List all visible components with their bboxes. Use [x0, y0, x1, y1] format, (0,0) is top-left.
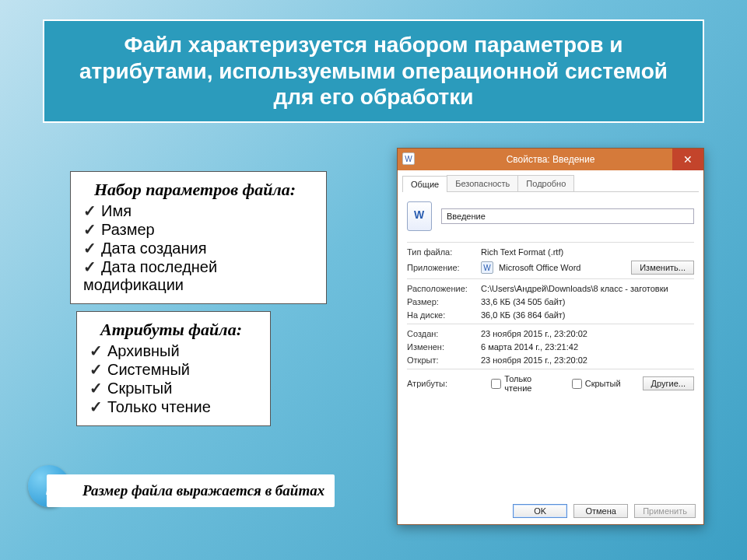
- attrs-card: Атрибуты файла: Архивный Системный Скрыт…: [76, 311, 271, 426]
- change-app-button[interactable]: Изменить...: [631, 261, 694, 275]
- value-created: 23 ноября 2015 г., 23:20:02: [481, 329, 694, 338]
- attrs-item: Архивный: [89, 341, 258, 360]
- label-size: Размер:: [407, 297, 481, 306]
- attrs-item: Скрытый: [89, 379, 258, 397]
- attrs-item: Системный: [89, 360, 258, 379]
- value-app: W Microsoft Office Word: [481, 261, 631, 274]
- checkbox-hidden-input[interactable]: [572, 379, 582, 389]
- file-type-icon: [407, 201, 432, 231]
- checkbox-hidden[interactable]: Скрытый: [572, 379, 621, 389]
- label-type: Тип файла:: [407, 247, 481, 257]
- checkbox-readonly[interactable]: Только чтение: [491, 374, 560, 393]
- slide-title: Файл характеризуется набором параметров …: [43, 19, 704, 123]
- properties-dialog: W Свойства: Введение ✕ Общие Безопасност…: [397, 148, 704, 525]
- params-item: Размер: [83, 220, 314, 239]
- ok-button[interactable]: OK: [513, 504, 567, 518]
- checkbox-readonly-label: Только чтение: [504, 374, 560, 393]
- params-card: Набор параметров файла: Имя Размер Дата …: [70, 171, 327, 304]
- params-item: Дата создания: [83, 239, 314, 257]
- value-location: C:\Users\Андрей\Downloads\8 класс - заго…: [481, 284, 694, 293]
- word-app-icon: W: [481, 261, 493, 274]
- params-item: Имя: [83, 201, 314, 220]
- label-app: Приложение:: [407, 263, 481, 272]
- dialog-titlebar[interactable]: W Свойства: Введение ✕: [398, 149, 703, 170]
- label-location: Расположение:: [407, 284, 481, 293]
- close-button[interactable]: ✕: [672, 149, 703, 170]
- label-opened: Открыт:: [407, 355, 481, 365]
- info-note: Размер файла выражается в байтах: [47, 474, 335, 507]
- params-card-title: Набор параметров файла:: [94, 180, 314, 200]
- value-opened: 23 ноября 2015 г., 23:20:02: [481, 355, 694, 365]
- label-modified: Изменен:: [407, 342, 481, 352]
- tab-details[interactable]: Подробно: [517, 175, 574, 191]
- tab-general[interactable]: Общие: [402, 176, 447, 192]
- label-attrs: Атрибуты:: [407, 379, 480, 388]
- other-attrs-button[interactable]: Другие...: [643, 376, 694, 390]
- label-created: Создан:: [407, 329, 481, 338]
- attrs-item: Только чтение: [89, 397, 258, 416]
- label-disk: На диске:: [407, 310, 481, 320]
- dialog-title-text: Свойства: Введение: [507, 154, 595, 165]
- tabs: Общие Безопасность Подробно: [402, 175, 699, 192]
- value-app-text: Microsoft Office Word: [499, 263, 580, 272]
- apply-button[interactable]: Применить: [634, 504, 696, 518]
- filename-input[interactable]: Введение: [441, 208, 694, 224]
- params-item: Дата последней модификации: [83, 257, 314, 294]
- checkbox-hidden-label: Скрытый: [585, 379, 621, 388]
- value-disk: 36,0 КБ (36 864 байт): [481, 310, 694, 320]
- tab-security[interactable]: Безопасность: [447, 175, 518, 191]
- value-modified: 6 марта 2014 г., 23:21:42: [481, 342, 694, 352]
- checkbox-readonly-input[interactable]: [491, 379, 501, 389]
- value-type: Rich Text Format (.rtf): [481, 247, 694, 257]
- doc-sys-icon: W: [402, 152, 415, 165]
- value-size: 33,6 КБ (34 505 байт): [481, 297, 694, 306]
- cancel-button[interactable]: Отмена: [573, 504, 628, 518]
- attrs-card-title: Атрибуты файла:: [100, 320, 258, 340]
